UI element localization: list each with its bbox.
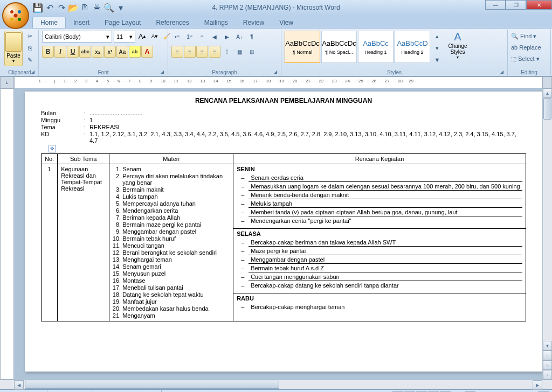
kegiatan-item: Mendengarkan cerita "pergi ke pantai" [249,216,522,224]
font-size-combo[interactable]: 11▾ [114,31,135,43]
h-scroll-thumb[interactable] [25,381,279,389]
table-header: No. [42,154,58,164]
qat-undo-icon[interactable]: ↶ [44,2,55,13]
font-color-button[interactable]: A [141,46,153,58]
vertical-scrollbar[interactable]: ▲ ▼ ◦ ○ ◦ [542,88,552,380]
tab-page-layout[interactable]: Page Layout [97,17,148,28]
shading-button[interactable]: ▦ [233,46,245,58]
gallery-down-button[interactable]: ▾ [432,43,443,53]
bullets-button[interactable]: •≡ [171,31,183,43]
increase-indent-button[interactable]: ▶ [221,31,233,43]
tab-mailings[interactable]: Mailings [197,17,236,28]
numbering-button[interactable]: 1≡ [184,31,196,43]
decrease-indent-button[interactable]: ◀ [209,31,220,43]
tab-insert[interactable]: Insert [66,17,97,28]
scroll-left-button[interactable]: ◀ [14,380,24,390]
ruler-corner[interactable]: L [0,76,14,88]
minimize-button[interactable]: — [485,0,506,10]
scroll-track[interactable] [543,98,552,341]
style-item[interactable]: AaBbCcDc¶ Normal [285,31,320,63]
vertical-ruler[interactable] [0,88,14,380]
status-words[interactable]: Words: 8.219 [47,390,92,392]
scroll-down-button[interactable]: ▼ [543,341,552,351]
scroll-thumb[interactable] [543,98,551,120]
style-gallery: AaBbCcDc¶ NormalAaBbCcDc¶ No Spaci...AaB… [285,31,430,63]
table-move-handle[interactable]: ✥ [49,145,56,152]
align-center-button[interactable]: ≡ [184,46,196,58]
tab-review[interactable]: Review [236,17,272,28]
styles-group: AaBbCcDc¶ NormalAaBbCcDc¶ No Spaci...AaB… [281,30,508,76]
multilevel-button[interactable]: ≡ [196,31,208,43]
status-page[interactable]: Page: 1 of 34 [3,390,47,392]
font-launcher[interactable]: ◢ [161,69,166,75]
borders-button[interactable]: ⊞ [246,46,258,58]
browse-object-button[interactable]: ○ [543,360,552,370]
qat-open-icon[interactable]: 📂 [68,2,79,13]
bold-button[interactable]: B [42,46,54,58]
prev-page-button[interactable]: ◦ [543,351,552,360]
style-item[interactable]: AaBbCcDHeading 2 [395,31,430,63]
office-button[interactable] [2,2,29,29]
scroll-right-button[interactable]: ▶ [533,380,542,390]
close-button[interactable]: ✕ [526,0,552,10]
justify-button[interactable]: ≡ [209,46,220,58]
cut-button[interactable]: ✂ [24,31,35,41]
subscript-button[interactable]: x₂ [92,46,104,58]
align-right-button[interactable]: ≡ [196,46,208,58]
tab-home[interactable]: Home [32,17,66,28]
status-language[interactable]: Indonesian (Indonesia) [92,390,162,392]
qat-redo-icon[interactable]: ↷ [56,2,67,13]
qat-new-icon[interactable]: 🗎 [80,2,91,13]
scroll-up-button[interactable]: ▲ [543,88,552,98]
align-left-button[interactable]: ≡ [171,46,183,58]
clipboard-launcher[interactable]: ◢ [31,69,37,75]
line-spacing-button[interactable]: ‡ [221,46,233,58]
sort-button[interactable]: A↓ [233,31,245,43]
info-row: Bulan:................................ [41,110,526,116]
font-name-combo[interactable]: Calibri (Body)▾ [42,31,112,43]
horizontal-scrollbar[interactable]: ◀ ▶ [0,380,552,389]
svg-point-3 [10,18,13,21]
styles-launcher[interactable]: ◢ [500,69,506,75]
paste-button[interactable]: Paste ▾ [4,31,23,66]
show-marks-button[interactable]: ¶ [246,31,258,43]
change-styles-button[interactable]: A Change Styles ▾ [444,31,471,60]
day-title: SENIN [237,166,522,172]
document-viewport[interactable]: RENCANA PELAKSANAAN PEMBELAJARAN MINGGUA… [14,88,542,380]
strike-button[interactable]: abc [79,46,91,58]
grow-font-button[interactable]: A▴ [137,31,148,41]
select-icon: ⬚ [511,55,516,62]
maximize-button[interactable]: ❐ [506,0,526,10]
shrink-font-button[interactable]: A▾ [149,31,160,41]
tab-view[interactable]: View [272,17,301,28]
gallery-more-button[interactable]: ▼ [432,54,443,65]
h-scroll-track[interactable] [24,380,533,389]
materi-item: Montase [122,277,230,284]
next-page-button[interactable]: ◦ [543,370,552,380]
find-button[interactable]: 🔍Find▾ [511,31,536,41]
replace-button[interactable]: abReplace [511,42,541,53]
qat-print-icon[interactable]: 🖶 [92,2,102,13]
italic-button[interactable]: I [54,46,66,58]
tab-references[interactable]: References [148,17,196,28]
qat-dropdown-icon[interactable]: ▾ [115,2,126,13]
materi-item: Berani berangkat ke sekolah sendiri [122,249,230,256]
horizontal-ruler[interactable]: · 1 · | · · · | · · · 1 · · · 2 · · · 3 … [14,76,542,88]
copy-button[interactable]: ⎘ [24,43,35,53]
qat-preview-icon[interactable]: 🔍 [104,2,114,13]
qat-save-icon[interactable]: 💾 [32,2,43,13]
change-case-button[interactable]: Aa [116,46,128,58]
style-item[interactable]: AaBbCcDc¶ No Spaci... [321,31,357,63]
materi-item: Bermain maze pergi ke pantai [122,221,230,228]
materi-item: Lukis tampah [122,193,230,200]
superscript-button[interactable]: x² [104,46,116,58]
gallery-up-button[interactable]: ▴ [432,31,443,41]
paragraph-launcher[interactable]: ◢ [274,69,279,75]
document-area: RENCANA PELAKSANAAN PEMBELAJARAN MINGGUA… [0,88,552,380]
highlight-button[interactable]: ab [129,46,141,58]
format-painter-button[interactable]: ✎ [24,54,35,65]
style-item[interactable]: AaBbCcHeading 1 [358,31,394,63]
materi-item: Senam [122,166,230,172]
select-button[interactable]: ⬚Select▾ [511,53,540,64]
underline-button[interactable]: U [67,46,79,58]
